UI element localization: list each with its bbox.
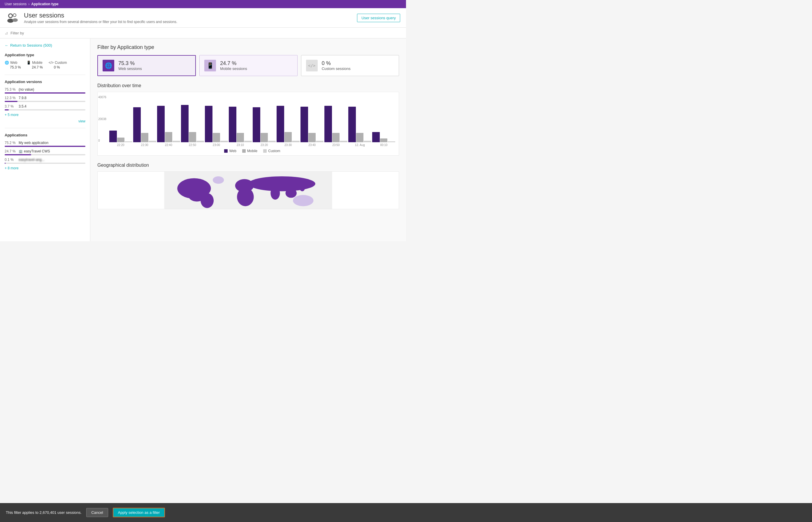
web-bar-9	[324, 106, 332, 142]
svg-point-15	[300, 184, 305, 192]
x-label-6: 23:20	[253, 143, 276, 147]
x-label-7: 23:30	[277, 143, 300, 147]
svg-point-5	[13, 18, 18, 22]
mobile-bar-9	[332, 133, 340, 142]
custom-card-icon: </>	[306, 60, 318, 72]
session-cards: 🌐 75.3 % Web sessions 📱 24.7 % Mobile se…	[97, 55, 399, 76]
mobile-label: Mobile sessions	[220, 66, 247, 71]
app-row-0: 75.2 % My web application	[5, 141, 85, 147]
breadcrumb: User sessions › Application type	[0, 0, 406, 8]
mobile-session-card[interactable]: 📱 24.7 % Mobile sessions	[199, 55, 297, 76]
applications-section-title: Applications	[5, 133, 85, 137]
distribution-title: Distribution over time	[97, 83, 399, 88]
x-label-5: 23:10	[229, 143, 251, 147]
web-session-card[interactable]: 🌐 75.3 % Web sessions	[97, 55, 196, 76]
mobile-bar-6	[261, 133, 268, 142]
filter-bar: ⊿	[0, 28, 406, 39]
chart-x-labels: 22:2022:3022:4022:5023:0023:1023:2023:30…	[109, 143, 395, 147]
svg-point-4	[14, 14, 16, 16]
mobile-bar-5	[237, 133, 244, 142]
svg-point-9	[201, 193, 214, 208]
bar-group-11	[372, 96, 395, 142]
distribution-section: Distribution over time 40076 20038 0 22:…	[97, 83, 399, 156]
svg-point-17	[213, 176, 224, 184]
filter-icon: ⊿	[5, 31, 8, 35]
x-label-11: 00:10	[372, 143, 395, 147]
app-versions-section-title: Application versions	[5, 80, 85, 84]
page-title: User sessions	[24, 12, 177, 19]
geo-title: Geographical distribution	[97, 163, 399, 168]
version-row-0: 75.3 % (no value)	[5, 87, 85, 94]
filter-input[interactable]	[11, 31, 401, 35]
versions-more-link[interactable]: + 5 more	[5, 113, 85, 117]
bar-group-9	[324, 96, 347, 142]
svg-point-13	[270, 186, 280, 200]
app-type-section-title: Application type	[5, 53, 85, 57]
legend-custom: Custom	[263, 149, 280, 153]
web-bar-8	[301, 107, 308, 142]
arrow-left-icon: ←	[5, 43, 8, 47]
breadcrumb-application-type[interactable]: Application type	[31, 2, 58, 6]
content-area: Filter by Application type 🌐 75.3 % Web …	[90, 39, 406, 241]
distribution-chart: 40076 20038 0 22:2022:3022:4022:5023:002…	[97, 92, 399, 156]
return-to-sessions-link[interactable]: ← Return to Sessions (500)	[5, 43, 85, 47]
web-bar-5	[229, 107, 236, 142]
breadcrumb-user-sessions[interactable]: User sessions	[5, 2, 26, 6]
web-bar-10	[348, 107, 356, 142]
mobile-bar-11	[380, 138, 388, 142]
x-label-9: 23:50	[325, 143, 347, 147]
x-label-8: 23:40	[301, 143, 324, 147]
custom-bar-4	[220, 141, 228, 142]
custom-bar-2	[172, 141, 180, 142]
legend-web-dot	[224, 149, 228, 153]
legend-web: Web	[224, 149, 236, 153]
svg-point-16	[293, 195, 313, 206]
bar-group-4	[205, 96, 228, 142]
web-bar-7	[277, 106, 284, 142]
sidebar: ← Return to Sessions (500) Application t…	[0, 39, 90, 241]
custom-bar-11	[388, 141, 395, 142]
x-label-1: 22:30	[133, 143, 156, 147]
legend-mobile: Mobile	[242, 149, 257, 153]
custom-label: Custom sessions	[322, 66, 351, 71]
versions-view-link[interactable]: view	[5, 119, 85, 123]
bar-group-8	[301, 96, 324, 142]
mobile-pct: 24.7 %	[220, 60, 247, 66]
mobile-bar-0	[117, 138, 125, 142]
custom-bar-8	[316, 141, 324, 142]
legend-mobile-dot	[242, 149, 246, 153]
web-bar-2	[157, 106, 165, 142]
web-bar-3	[181, 105, 188, 142]
bar-group-6	[253, 96, 276, 142]
legend-custom-dot	[263, 149, 267, 153]
custom-bar-9	[340, 141, 347, 142]
legend-web-label: Web	[229, 149, 236, 153]
mobile-bar-7	[284, 132, 292, 142]
web-bar-0	[109, 130, 117, 142]
x-label-3: 22:50	[181, 143, 204, 147]
mobile-bar-10	[356, 133, 364, 142]
mobile-bar-3	[189, 132, 197, 142]
app-type-web: 🌐 Web 75.3 %	[5, 61, 21, 69]
app-type-row: 🌐 Web 75.3 % 📱 Mobile 24.7 % </> Custom …	[5, 61, 85, 69]
legend-mobile-label: Mobile	[247, 149, 257, 153]
mobile-card-icon: 📱	[204, 60, 216, 72]
user-sessions-query-button[interactable]: User sessions query	[357, 14, 400, 22]
version-bar-1	[5, 101, 18, 102]
mobile-icon: 📱	[26, 61, 31, 65]
app-bar-1	[5, 154, 31, 155]
geo-section: Geographical distribution	[97, 163, 399, 209]
applications-more-link[interactable]: + 8 more	[5, 166, 85, 170]
main-layout: ← Return to Sessions (500) Application t…	[0, 39, 406, 241]
x-label-10: 12. Aug	[349, 143, 371, 147]
svg-point-1	[9, 14, 12, 17]
web-bar-1	[133, 107, 141, 142]
bar-group-1	[133, 96, 156, 142]
custom-session-card[interactable]: </> 0 % Custom sessions	[301, 55, 399, 76]
bar-group-10	[348, 96, 371, 142]
app-row-2: 0.1 % easytravel-ang...	[5, 158, 85, 164]
page-subtitle: Analyze user sessions from several dimen…	[24, 20, 177, 24]
page-header: User sessions Analyze user sessions from…	[0, 8, 406, 28]
app-type-mobile: 📱 Mobile 24.7 %	[26, 61, 43, 69]
custom-bar-3	[197, 141, 204, 142]
